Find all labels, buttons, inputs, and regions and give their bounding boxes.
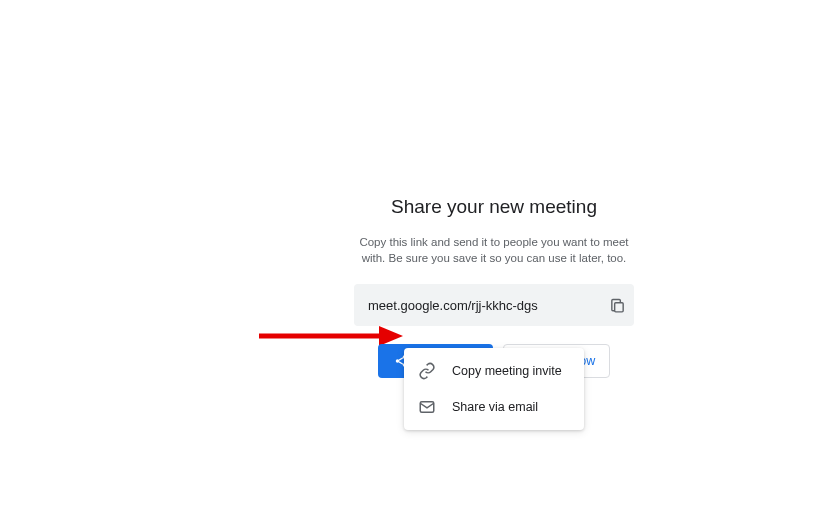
copy-meeting-invite-item[interactable]: Copy meeting invite xyxy=(404,353,584,389)
link-icon xyxy=(418,362,436,380)
share-meeting-subtitle: Copy this link and send it to people you… xyxy=(354,234,634,266)
svg-rect-2 xyxy=(614,302,623,311)
share-meeting-title: Share your new meeting xyxy=(354,196,634,218)
share-via-email-item[interactable]: Share via email xyxy=(404,389,584,425)
copy-invite-label: Copy meeting invite xyxy=(452,364,562,378)
svg-point-4 xyxy=(395,359,399,363)
meeting-link-box: meet.google.com/rjj-kkhc-dgs xyxy=(354,284,634,326)
svg-line-6 xyxy=(399,358,403,360)
meeting-link-text: meet.google.com/rjj-kkhc-dgs xyxy=(368,298,538,313)
share-email-label: Share via email xyxy=(452,400,538,414)
svg-line-7 xyxy=(399,362,403,364)
send-invite-dropdown: Copy meeting invite Share via email xyxy=(404,348,584,430)
copy-icon xyxy=(609,297,626,314)
email-icon xyxy=(418,398,436,416)
copy-link-button[interactable] xyxy=(606,294,628,316)
